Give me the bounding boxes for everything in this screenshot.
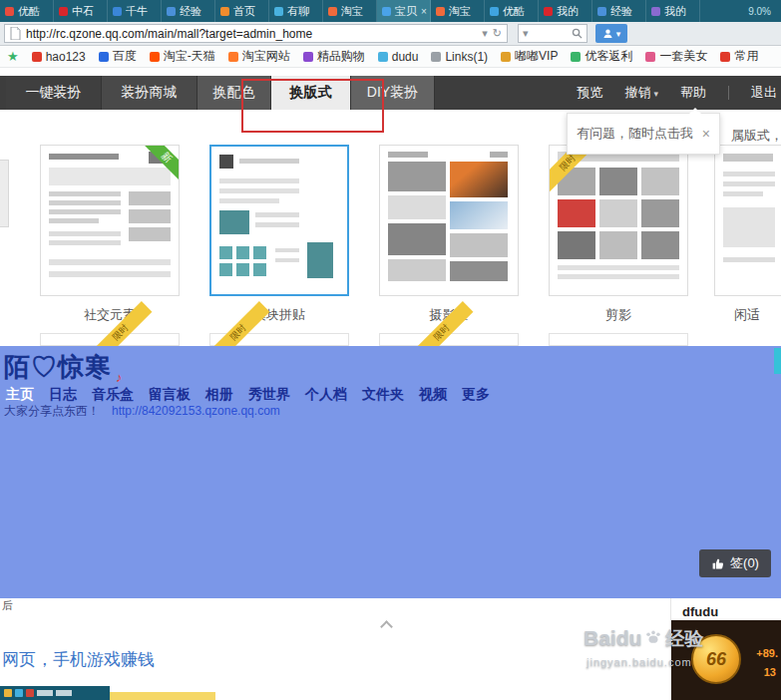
browser-tab[interactable]: 经验 — [592, 0, 646, 22]
undo-button[interactable]: 撤销▾ — [624, 84, 658, 102]
card-thumbnail[interactable]: 限时 — [549, 145, 688, 296]
browser-tab[interactable]: 淘宝 — [323, 0, 377, 22]
bookmark-item[interactable]: 常用 — [720, 48, 758, 65]
feed-area: 后 网页，手机游戏赚钱 dfudu 66 +89. 13 Baidu 经验 ji… — [0, 598, 781, 700]
url-field[interactable]: http://rc.qzone.qq.com/main/mall?target=… — [4, 24, 508, 43]
browser-tab[interactable]: 首页 — [215, 0, 269, 22]
browser-tab[interactable]: 优酷 — [485, 0, 539, 22]
thumb-block — [219, 188, 299, 193]
tab-dressup-mall[interactable]: 装扮商城 — [102, 76, 197, 110]
thumb-photo — [641, 168, 679, 195]
taskbar-icon — [4, 689, 12, 697]
thumb-block — [723, 191, 763, 196]
bookmark-item[interactable]: hao123 — [32, 50, 86, 64]
nav-item-blog[interactable]: 日志 — [49, 386, 77, 404]
search-field[interactable]: ▾ — [518, 24, 587, 43]
search-icon[interactable] — [572, 28, 583, 39]
browser-tab[interactable]: 我的 — [539, 0, 592, 22]
card-thumbnail[interactable]: 新 — [40, 145, 180, 296]
bookmark-item[interactable]: Links(1) — [431, 50, 488, 64]
browser-tab[interactable]: 淘宝 — [431, 0, 485, 22]
browser-tab[interactable]: 中石 — [54, 0, 108, 22]
collapse-caret-icon[interactable] — [380, 620, 393, 633]
nav-item-home[interactable]: 主页 — [6, 386, 34, 404]
template-card-leisure[interactable]: 闲适 — [714, 145, 781, 324]
sign-button[interactable]: 签(0) — [699, 549, 771, 577]
chevron-down-icon[interactable]: ▾ — [523, 28, 529, 39]
bookmark-item[interactable]: 百度 — [99, 48, 137, 65]
tab-one-key-dressup[interactable]: 一键装扮 — [6, 76, 102, 110]
thumb-photo — [599, 231, 637, 259]
bookmark-item[interactable]: 嘟嘟VIP — [501, 48, 558, 65]
qzone-homepage-url[interactable]: http://842092153.qzone.qq.com — [112, 404, 280, 418]
nav-item-profile[interactable]: 个人档 — [305, 386, 347, 404]
thumb-block — [219, 155, 233, 169]
browser-tab[interactable]: 经验 — [162, 0, 215, 22]
nav-item-musicbox[interactable]: 音乐盒 — [92, 386, 134, 404]
watermark-url: jingyan.baidu.com — [586, 656, 692, 668]
thumb-block — [275, 248, 299, 252]
address-bar: http://rc.qzone.qq.com/main/mall?target=… — [0, 22, 781, 46]
screen: 优酷 中石 千牛 经验 首页 有聊 淘宝 宝贝× 淘宝 优酷 我的 经验 我的 … — [0, 0, 781, 700]
bookmark-item[interactable]: 优客返利 — [571, 48, 632, 65]
refresh-icon[interactable]: ↻ — [493, 28, 502, 39]
thumb-block — [723, 207, 775, 247]
game-ad-link[interactable]: 网页，手机游戏赚钱 — [2, 648, 155, 671]
favicon-icon — [5, 7, 14, 16]
template-card-photography[interactable]: 摄影控 — [379, 145, 519, 324]
user-avatar-button[interactable]: ▾ — [595, 24, 627, 43]
browser-tab[interactable]: 有聊 — [269, 0, 323, 22]
card-thumbnail[interactable] — [209, 145, 349, 296]
exit-button[interactable]: 退出 — [751, 84, 777, 102]
thumb-block — [253, 263, 266, 276]
bookmark-item[interactable]: 精品购物 — [303, 48, 365, 65]
nav-item-album[interactable]: 相册 — [205, 386, 233, 404]
preview-button[interactable]: 预览 — [577, 84, 602, 102]
browser-tab[interactable]: 千牛 — [108, 0, 162, 22]
browser-tab-active[interactable]: 宝贝× — [377, 0, 431, 22]
dressup-toolbar: 一键装扮 装扮商城 换配色 换版式 DIY装扮 预览 撤销▾ 帮助 退出 — [0, 76, 781, 110]
tab-label: 淘宝 — [449, 4, 471, 19]
thumb-photo — [558, 231, 595, 259]
nav-item-folder[interactable]: 文件夹 — [362, 386, 404, 404]
close-icon[interactable]: × — [421, 6, 427, 17]
bookmark-item[interactable]: 淘宝网站 — [228, 48, 290, 65]
gain-text: 13 — [764, 666, 776, 678]
bookmark-icon — [99, 52, 109, 62]
close-icon[interactable]: × — [702, 126, 710, 142]
scrollbar-thumb[interactable] — [774, 348, 781, 374]
template-card-social[interactable]: 新 社交元素 — [40, 145, 180, 324]
clipped-text-fragment: 属版式，空 — [731, 127, 781, 145]
thumb-block — [723, 181, 775, 186]
nav-item-showworld[interactable]: 秀世界 — [248, 386, 290, 404]
thumb-block — [49, 231, 121, 236]
card-thumbnail[interactable] — [714, 145, 781, 296]
nav-item-messageboard[interactable]: 留言板 — [149, 386, 191, 404]
thumb-photo — [450, 233, 508, 257]
nav-item-more[interactable]: 更多 — [462, 386, 490, 404]
thumb-photo — [450, 261, 508, 281]
template-card-silhouette[interactable]: 限时 剪影 — [549, 145, 688, 324]
nav-item-video[interactable]: 视频 — [419, 386, 447, 404]
thumb-block — [49, 191, 121, 196]
qzone-motto: 大家分享点东西！ — [4, 403, 100, 420]
bookmark-icon — [571, 52, 581, 62]
thumb-block — [307, 242, 333, 278]
card-thumbnail[interactable] — [379, 145, 519, 296]
thumb-block — [558, 265, 679, 270]
chevron-down-icon[interactable]: ▾ — [482, 28, 488, 39]
friend-name[interactable]: dfudu — [682, 604, 718, 619]
browser-tab-bar: 优酷 中石 千牛 经验 首页 有聊 淘宝 宝贝× 淘宝 优酷 我的 经验 我的 … — [0, 0, 781, 22]
browser-tab[interactable]: 优酷 — [0, 0, 54, 22]
bookmark-item[interactable]: dudu — [378, 50, 419, 64]
bookmark-icon — [501, 52, 511, 62]
thumb-block — [49, 209, 121, 214]
help-button[interactable]: 帮助 — [680, 84, 706, 102]
bookmark-item[interactable]: 淘宝-天猫 — [150, 48, 215, 65]
template-card-module-collage[interactable]: 模块拼贴 — [209, 145, 349, 324]
browser-tab[interactable]: 我的 — [646, 0, 700, 22]
favorites-star-icon[interactable]: ★ — [7, 50, 19, 63]
bookmark-item[interactable]: 一套美女 — [645, 48, 707, 65]
tab-label: 淘宝 — [341, 4, 363, 19]
taskbar-button — [37, 690, 53, 696]
